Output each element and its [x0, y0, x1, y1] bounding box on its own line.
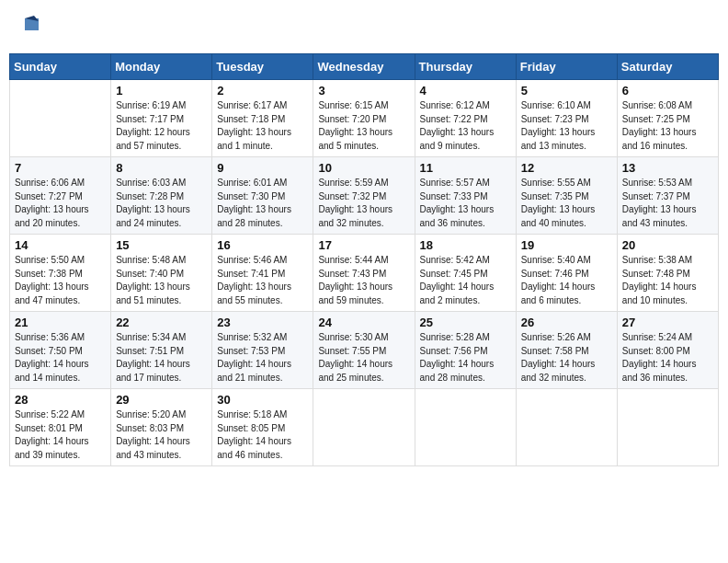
calendar-cell: 24Sunrise: 5:30 AMSunset: 7:55 PMDayligh… — [313, 312, 415, 389]
calendar-cell: 12Sunrise: 5:55 AMSunset: 7:35 PMDayligh… — [516, 157, 617, 235]
day-number: 4 — [420, 84, 511, 98]
calendar-cell: 28Sunrise: 5:22 AMSunset: 8:01 PMDayligh… — [10, 389, 111, 466]
calendar-cell: 13Sunrise: 5:53 AMSunset: 7:37 PMDayligh… — [617, 157, 718, 235]
day-number: 19 — [521, 238, 612, 252]
day-number: 8 — [116, 161, 207, 175]
day-info: Sunrise: 5:55 AMSunset: 7:35 PMDaylight:… — [521, 177, 612, 230]
day-number: 10 — [318, 161, 409, 175]
day-info: Sunrise: 6:08 AMSunset: 7:25 PMDaylight:… — [622, 99, 713, 153]
day-info: Sunrise: 5:28 AMSunset: 7:56 PMDaylight:… — [420, 331, 511, 385]
day-info: Sunrise: 5:32 AMSunset: 7:53 PMDaylight:… — [217, 331, 308, 385]
day-info: Sunrise: 5:18 AMSunset: 8:05 PMDaylight:… — [217, 408, 308, 462]
day-info: Sunrise: 5:53 AMSunset: 7:37 PMDaylight:… — [622, 177, 713, 230]
day-number: 7 — [15, 161, 106, 175]
calendar-cell: 8Sunrise: 6:03 AMSunset: 7:28 PMDaylight… — [111, 157, 212, 235]
day-info: Sunrise: 5:34 AMSunset: 7:51 PMDaylight:… — [116, 331, 207, 385]
day-info: Sunrise: 6:06 AMSunset: 7:27 PMDaylight:… — [15, 177, 106, 230]
day-info: Sunrise: 5:42 AMSunset: 7:45 PMDaylight:… — [420, 254, 511, 307]
calendar-cell: 7Sunrise: 6:06 AMSunset: 7:27 PMDaylight… — [10, 157, 111, 235]
calendar-cell: 6Sunrise: 6:08 AMSunset: 7:25 PMDaylight… — [617, 80, 718, 157]
day-of-week-header: Tuesday — [212, 54, 313, 80]
calendar-cell — [415, 389, 516, 466]
calendar-cell: 5Sunrise: 6:10 AMSunset: 7:23 PMDaylight… — [516, 80, 617, 157]
day-number: 24 — [318, 316, 409, 329]
calendar-cell: 17Sunrise: 5:44 AMSunset: 7:43 PMDayligh… — [313, 235, 415, 312]
day-of-week-header: Wednesday — [313, 54, 415, 80]
day-number: 12 — [521, 161, 612, 175]
day-info: Sunrise: 6:17 AMSunset: 7:18 PMDaylight:… — [217, 99, 308, 153]
day-number: 27 — [622, 316, 713, 329]
day-info: Sunrise: 5:36 AMSunset: 7:50 PMDaylight:… — [15, 331, 106, 385]
day-number: 30 — [217, 393, 308, 407]
calendar-cell: 16Sunrise: 5:46 AMSunset: 7:41 PMDayligh… — [212, 235, 313, 312]
day-info: Sunrise: 5:48 AMSunset: 7:40 PMDaylight:… — [116, 254, 207, 307]
day-number: 6 — [622, 84, 713, 98]
day-info: Sunrise: 5:46 AMSunset: 7:41 PMDaylight:… — [217, 254, 308, 307]
logo — [14, 14, 43, 46]
calendar-cell: 3Sunrise: 6:15 AMSunset: 7:20 PMDaylight… — [313, 80, 415, 157]
day-number: 11 — [420, 161, 511, 175]
day-info: Sunrise: 6:01 AMSunset: 7:30 PMDaylight:… — [217, 177, 308, 230]
day-number: 28 — [15, 393, 106, 407]
calendar-cell: 10Sunrise: 5:59 AMSunset: 7:32 PMDayligh… — [313, 157, 415, 235]
day-info: Sunrise: 5:50 AMSunset: 7:38 PMDaylight:… — [15, 254, 106, 307]
day-number: 3 — [318, 84, 409, 98]
day-info: Sunrise: 6:15 AMSunset: 7:20 PMDaylight:… — [318, 99, 409, 153]
day-info: Sunrise: 5:57 AMSunset: 7:33 PMDaylight:… — [420, 177, 511, 230]
day-number: 18 — [420, 238, 511, 252]
calendar-cell: 29Sunrise: 5:20 AMSunset: 8:03 PMDayligh… — [111, 389, 212, 466]
calendar-cell: 15Sunrise: 5:48 AMSunset: 7:40 PMDayligh… — [111, 235, 212, 312]
calendar-cell: 26Sunrise: 5:26 AMSunset: 7:58 PMDayligh… — [516, 312, 617, 389]
day-info: Sunrise: 5:20 AMSunset: 8:03 PMDaylight:… — [116, 408, 207, 462]
day-info: Sunrise: 6:10 AMSunset: 7:23 PMDaylight:… — [521, 99, 612, 153]
day-of-week-header: Thursday — [415, 54, 516, 80]
day-number: 21 — [15, 316, 106, 329]
calendar-cell: 18Sunrise: 5:42 AMSunset: 7:45 PMDayligh… — [415, 235, 516, 312]
day-of-week-header: Saturday — [617, 54, 718, 80]
day-number: 22 — [116, 316, 207, 329]
calendar-cell — [617, 389, 718, 466]
calendar-cell: 25Sunrise: 5:28 AMSunset: 7:56 PMDayligh… — [415, 312, 516, 389]
day-number: 9 — [217, 161, 308, 175]
day-number: 2 — [217, 84, 308, 98]
calendar-cell — [10, 80, 111, 157]
calendar-cell: 30Sunrise: 5:18 AMSunset: 8:05 PMDayligh… — [212, 389, 313, 466]
day-info: Sunrise: 5:24 AMSunset: 8:00 PMDaylight:… — [622, 331, 713, 385]
calendar-cell: 21Sunrise: 5:36 AMSunset: 7:50 PMDayligh… — [10, 312, 111, 389]
calendar-cell — [313, 389, 415, 466]
day-info: Sunrise: 5:26 AMSunset: 7:58 PMDaylight:… — [521, 331, 612, 385]
day-number: 17 — [318, 238, 409, 252]
calendar-cell: 14Sunrise: 5:50 AMSunset: 7:38 PMDayligh… — [10, 235, 111, 312]
calendar-cell: 9Sunrise: 6:01 AMSunset: 7:30 PMDaylight… — [212, 157, 313, 235]
day-number: 5 — [521, 84, 612, 98]
day-number: 14 — [15, 238, 106, 252]
day-of-week-header: Sunday — [10, 54, 111, 80]
day-info: Sunrise: 5:59 AMSunset: 7:32 PMDaylight:… — [318, 177, 409, 230]
calendar-cell: 11Sunrise: 5:57 AMSunset: 7:33 PMDayligh… — [415, 157, 516, 235]
day-number: 15 — [116, 238, 207, 252]
calendar-cell: 27Sunrise: 5:24 AMSunset: 8:00 PMDayligh… — [617, 312, 718, 389]
day-info: Sunrise: 5:44 AMSunset: 7:43 PMDaylight:… — [318, 254, 409, 307]
calendar-cell: 22Sunrise: 5:34 AMSunset: 7:51 PMDayligh… — [111, 312, 212, 389]
calendar-cell: 20Sunrise: 5:38 AMSunset: 7:48 PMDayligh… — [617, 235, 718, 312]
day-number: 1 — [116, 84, 207, 98]
day-info: Sunrise: 6:19 AMSunset: 7:17 PMDaylight:… — [116, 99, 207, 153]
day-info: Sunrise: 5:22 AMSunset: 8:01 PMDaylight:… — [15, 408, 106, 462]
day-number: 16 — [217, 238, 308, 252]
day-info: Sunrise: 6:03 AMSunset: 7:28 PMDaylight:… — [116, 177, 207, 230]
day-number: 29 — [116, 393, 207, 407]
day-info: Sunrise: 5:38 AMSunset: 7:48 PMDaylight:… — [622, 254, 713, 307]
page-header — [9, 9, 719, 46]
calendar-cell: 19Sunrise: 5:40 AMSunset: 7:46 PMDayligh… — [516, 235, 617, 312]
day-of-week-header: Friday — [516, 54, 617, 80]
day-info: Sunrise: 6:12 AMSunset: 7:22 PMDaylight:… — [420, 99, 511, 153]
day-number: 20 — [622, 238, 713, 252]
day-number: 13 — [622, 161, 713, 175]
calendar-cell: 4Sunrise: 6:12 AMSunset: 7:22 PMDaylight… — [415, 80, 516, 157]
day-number: 25 — [420, 316, 511, 329]
day-of-week-header: Monday — [111, 54, 212, 80]
day-number: 26 — [521, 316, 612, 329]
logo-icon — [16, 14, 43, 41]
day-number: 23 — [217, 316, 308, 329]
day-info: Sunrise: 5:40 AMSunset: 7:46 PMDaylight:… — [521, 254, 612, 307]
